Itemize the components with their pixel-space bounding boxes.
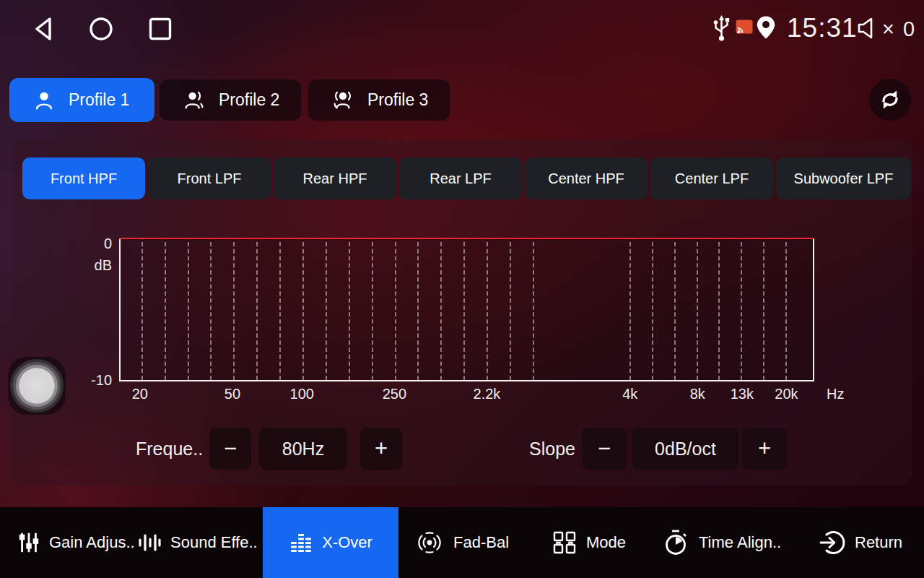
filter-tab-subwoofer-lpf[interactable]: Subwoofer LPF [776,158,911,199]
bottom-navigation-bar: Gain Adjus.. Sound Effe.. X- [0,507,924,578]
home-icon [91,19,111,39]
chart-gridline [326,242,327,380]
y-axis-tick-label: -10 [91,372,112,389]
y-axis-tick-label: 0 [104,236,112,252]
android-recents-button[interactable] [149,17,172,40]
chart-gridline [741,242,742,380]
x-axis-ticks: 20501002502.2k4k8k13k20k [119,381,814,403]
sound-effect-icon [137,530,162,555]
chart-gridline [372,242,373,380]
slope-minus-button[interactable]: − [582,428,627,470]
chart-gridline [674,242,676,380]
chart-gridline [652,242,653,380]
slope-value: 0dB/oct [632,428,738,470]
cast-status-icon [736,20,753,34]
back-icon [37,19,50,39]
nav-item-label: Time Align.. [699,533,781,552]
volume-muted-icon [856,17,878,40]
filter-tab-center-lpf[interactable]: Center LPF [650,158,773,199]
user-3-icon [331,89,354,112]
gain-adjust-icon [17,530,40,555]
chart-gridline [785,242,787,380]
android-home-button[interactable] [88,16,114,42]
nav-item-mode[interactable]: Mode [552,507,626,578]
filter-tab-label: Subwoofer LPF [794,171,894,187]
filter-tab-label: Rear HPF [303,171,367,187]
nav-item-label: Sound Effe.. [170,533,258,552]
profile-tab-label: Profile 3 [367,90,428,110]
chart-gridline [463,242,465,380]
filter-tab-front-hpf[interactable]: Front HPF [22,158,145,199]
return-icon [819,529,846,556]
x-axis-tick-label: 250 [383,386,406,402]
slope-plus-button[interactable]: + [742,428,787,470]
clock: 15:31 [787,13,858,43]
nav-item-return[interactable]: Return [819,507,902,578]
profile-tab-3[interactable]: Profile 3 [308,79,450,121]
usb-status-icon [712,12,731,44]
nav-item-xover[interactable]: X-Over [263,507,398,578]
chart-gridline [533,242,534,380]
chart-plot-area [119,238,814,381]
chart-gridline [510,242,511,380]
volume-level-text: × 0 [882,17,916,41]
nav-item-fad-bal[interactable]: Fad-Bal [414,507,509,578]
profile-tab-1[interactable]: Profile 1 [9,78,154,122]
chart-gridline [188,242,189,380]
profile-tab-2[interactable]: Profile 2 [160,79,301,121]
slope-label: Slope [529,428,575,470]
xover-settings-screen: { "status_bar": { "time": "15:31", "volu… [0,0,924,578]
filter-tab-label: Rear LPF [430,171,492,187]
chart-gridline [210,242,212,380]
chart-gridline [165,242,166,380]
nav-item-label: Gain Adjus.. [49,533,135,552]
nav-item-sound-effect[interactable]: Sound Effe.. [137,507,258,578]
frequency-plus-button[interactable]: + [360,428,402,470]
chart-gridline [279,242,281,380]
fad-bal-icon [414,530,445,556]
chart-gridline [763,242,764,380]
x-axis-unit-label: Hz [827,386,844,402]
user-icon [32,89,56,112]
chart-gridline [302,242,304,380]
nav-item-label: Mode [586,533,626,552]
frequency-minus-button[interactable]: − [209,428,251,470]
chart-gridline [487,242,488,380]
filter-tab-label: Center HPF [548,171,624,187]
filter-tab-rear-hpf[interactable]: Rear HPF [274,158,396,199]
frequency-label: Freque.. [136,428,203,470]
chart-gridline [697,242,698,380]
sync-reset-button[interactable] [869,79,911,121]
x-axis-tick-label: 8k [690,386,705,402]
filter-tab-label: Center LPF [675,171,749,187]
chart-gridline [256,242,258,380]
x-axis-tick-label: 2.2k [474,386,501,402]
nav-item-gain-adjust[interactable]: Gain Adjus.. [17,507,135,578]
x-axis-tick-label: 20 [132,386,148,402]
x-axis-tick-label: 100 [290,386,314,402]
frequency-response-chart: 0 dB -10 20501002502.2k4k8k13k20k Hz [119,238,814,381]
filter-tab-center-hpf[interactable]: Center HPF [525,158,648,199]
xover-panel: Front HPF Front LPF Rear HPF Rear LPF Ce… [12,139,912,486]
filter-tab-label: Front LPF [178,171,242,187]
profile-tab-label: Profile 2 [219,90,279,110]
android-back-button[interactable] [30,14,56,43]
sync-icon [877,87,903,113]
chart-gridline [417,242,419,380]
profile-tab-label: Profile 1 [69,90,129,110]
nav-item-label: Return [855,533,902,552]
nav-item-label: X-Over [322,533,372,552]
x-axis-tick-label: 20k [775,386,798,402]
chart-gridline [718,242,720,380]
x-axis-tick-label: 4k [622,386,637,402]
floating-assist-button[interactable] [8,357,66,415]
nav-item-time-align[interactable]: Time Align.. [664,507,781,578]
chart-gridline [440,242,442,380]
time-align-icon [664,529,690,556]
filter-tab-front-lpf[interactable]: Front LPF [148,158,271,199]
filter-tab-rear-lpf[interactable]: Rear LPF [399,158,522,199]
recents-icon [151,20,170,39]
chart-gridline [141,242,143,380]
nav-item-label: Fad-Bal [453,533,509,552]
xover-icon [289,530,313,555]
